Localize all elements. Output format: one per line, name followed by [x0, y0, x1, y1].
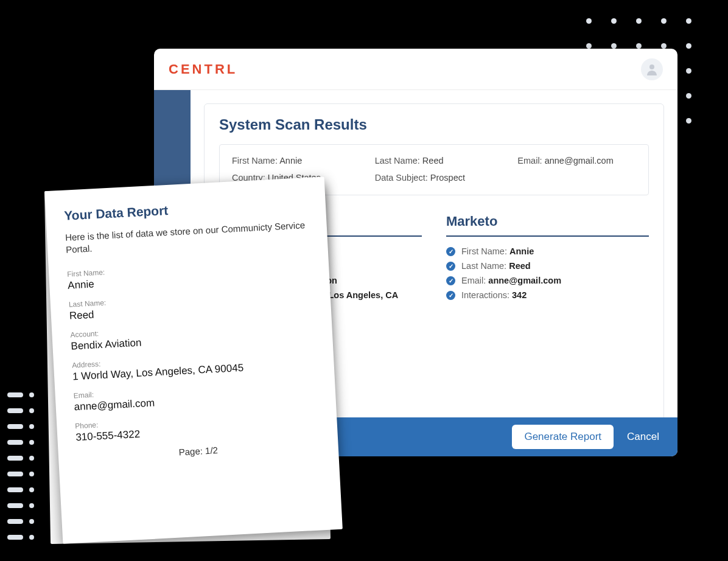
check-icon: ✓ — [446, 276, 455, 285]
report-page: Your Data Report Here is the list of dat… — [44, 176, 343, 543]
check-icon: ✓ — [446, 247, 455, 256]
check-icon: ✓ — [446, 262, 455, 271]
brand-logo: CENTRL — [169, 61, 237, 77]
source-marketo: Marketo ✓ First Name: Annie ✓ Last Name:… — [446, 214, 649, 315]
report-first-name: First Name: Annie — [67, 257, 311, 291]
report-account: Account: Bendix Aviation — [70, 318, 314, 352]
summary-data-subject: Data Subject: Prospect — [375, 173, 494, 183]
marketo-interactions: ✓ Interactions: 342 — [446, 290, 649, 300]
generate-report-button[interactable]: Generate Report — [512, 425, 614, 449]
cancel-button[interactable]: Cancel — [627, 431, 659, 443]
divider — [446, 235, 649, 237]
marketo-last-name: ✓ Last Name: Reed — [446, 261, 649, 271]
report-address: Address: 1 World Way, Los Angeles, CA 90… — [72, 348, 316, 383]
report-page-number: Page: 1/2 — [77, 439, 320, 462]
summary-last-name: Last Name: Reed — [375, 156, 494, 166]
check-icon: ✓ — [446, 291, 455, 300]
source-marketo-title: Marketo — [446, 214, 649, 229]
report-email: Email: anne@gmail.com — [73, 378, 317, 413]
summary-first-name: First Name: Annie — [232, 156, 351, 166]
report-last-name: Last Name: Reed — [69, 287, 313, 322]
window-header: CENTRL — [154, 49, 677, 90]
report-subtitle: Here is the list of data we store on our… — [65, 219, 310, 256]
svg-point-0 — [649, 64, 654, 69]
summary-email: Email: anne@gmail.com — [517, 156, 636, 166]
report-phone: Phone: 310-555-4322 — [75, 409, 319, 444]
panel-title: System Scan Results — [219, 116, 649, 133]
marketo-email: ✓ Email: anne@gmail.com — [446, 276, 649, 285]
decoration-dashes-left — [7, 392, 34, 551]
user-icon — [645, 62, 659, 77]
marketo-first-name: ✓ First Name: Annie — [446, 246, 649, 256]
user-avatar[interactable] — [641, 58, 663, 80]
report-title: Your Data Report — [64, 196, 308, 223]
